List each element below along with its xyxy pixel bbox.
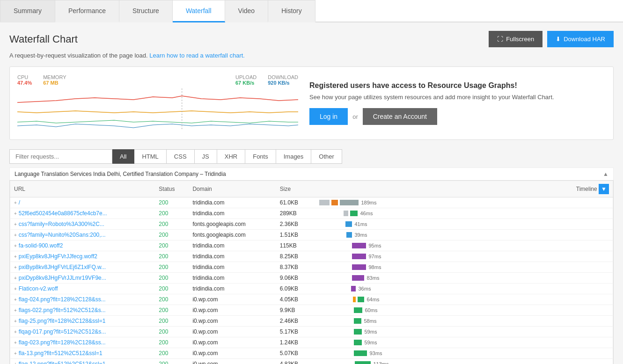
status-cell: 200: [155, 262, 189, 273]
status-cell: 200: [155, 208, 189, 219]
table-row[interactable]: +flqag-017.png?fit=512%2C512&s...200i0.w…: [10, 327, 613, 337]
download-icon: ⬇: [556, 36, 561, 43]
table-row[interactable]: +flag-25.png?fit=128%2C128&ssl=1200i0.wp…: [10, 316, 613, 327]
size-cell: 115KB: [276, 240, 314, 251]
size-cell: 1.24KB: [276, 337, 314, 348]
url-cell: +css?family=Roboto%3A300%2C...: [10, 219, 155, 230]
table-row[interactable]: +fa-solid-900.woff2200tridindia.com115KB…: [10, 240, 613, 251]
status-cell: 200: [155, 348, 189, 359]
domain-cell: i0.wp.com: [189, 305, 276, 316]
size-cell: 61.0KB: [276, 197, 314, 208]
col-size: Size: [276, 181, 314, 197]
url-cell: +pxiDyp8kv8JHgFVrJJLmr19VF9e...: [10, 273, 155, 284]
domain-cell: tridindia.com: [189, 262, 276, 273]
timeline-cell: 58ms: [314, 316, 613, 327]
status-cell: 200: [155, 197, 189, 208]
waterfall-learn-link[interactable]: Learn how to read a waterfall chart.: [149, 52, 245, 59]
header-row: Waterfall Chart ⛶ Fullscreen ⬇ Download …: [9, 31, 614, 47]
url-cell: +fla-13.png?fit=512%2C512&ssl=1: [10, 348, 155, 359]
tab-history[interactable]: History: [268, 0, 315, 22]
upload-stat: UPLOAD 67 KB/s: [235, 74, 257, 86]
size-cell: 2.46KB: [276, 316, 314, 327]
timeline-cell: 83ms: [314, 273, 613, 284]
or-text: or: [352, 113, 358, 120]
domain-cell: fonts.googleapis.com: [189, 219, 276, 230]
domain-cell: tridindia.com: [189, 284, 276, 294]
filter-js-button[interactable]: JS: [195, 149, 217, 164]
fullscreen-button[interactable]: ⛶ Fullscreen: [489, 31, 542, 47]
subtitle: A request-by-request visualization of th…: [9, 52, 614, 59]
url-cell: +pxiEyp8kv8JHgFVrJJfecg.woff2: [10, 251, 155, 262]
table-row[interactable]: +flag-023.png?fit=128%2C128&ss...200i0.w…: [10, 337, 613, 348]
table-row[interactable]: +fla-13.png?fit=512%2C512&ssl=1200i0.wp.…: [10, 348, 613, 359]
graph-area: CPU 47.4% MEMORY 67 MB UPLOAD 67 KB/s DO…: [17, 74, 298, 132]
page-label-text: Language Translation Services India Delh…: [15, 171, 226, 177]
waterfall-table: URL Status Domain Size Timeline ▼ +/200t…: [10, 181, 613, 364]
filter-css-button[interactable]: CSS: [167, 149, 195, 164]
col-url: URL: [10, 181, 155, 197]
size-cell: 6.09KB: [276, 284, 314, 294]
url-cell: +52f6ed502454e0a88675cfe4cb7e...: [10, 208, 155, 219]
domain-cell: tridindia.com: [189, 273, 276, 284]
timeline-cell: 39ms: [314, 230, 613, 240]
size-cell: 4.05KB: [276, 294, 314, 305]
col-timeline: Timeline ▼: [314, 181, 613, 197]
tab-video[interactable]: Video: [225, 0, 269, 22]
domain-cell: i0.wp.com: [189, 348, 276, 359]
timeline-cell: 189ms: [314, 197, 613, 208]
table-row[interactable]: +css?family=Nunito%20Sans:200,...200font…: [10, 230, 613, 240]
domain-cell: fonts.googleapis.com: [189, 230, 276, 240]
filter-other-button[interactable]: Other: [311, 149, 342, 164]
filter-html-button[interactable]: HTML: [134, 149, 166, 164]
waterfall-table-wrapper[interactable]: URL Status Domain Size Timeline ▼ +/200t…: [9, 180, 614, 364]
table-row[interactable]: +pxiDyp8kv8JHgFVrJJLmr19VF9e...200tridin…: [10, 273, 613, 284]
status-cell: 200: [155, 251, 189, 262]
table-row[interactable]: +52f6ed502454e0a88675cfe4cb7e...200tridi…: [10, 208, 613, 219]
domain-cell: i0.wp.com: [189, 294, 276, 305]
status-cell: 200: [155, 359, 189, 364]
url-cell: +fa-solid-900.woff2: [10, 240, 155, 251]
filter-images-button[interactable]: Images: [276, 149, 312, 164]
url-cell: +flag-024.png?fit=128%2C128&ss...: [10, 294, 155, 305]
table-row[interactable]: +pxiByp8kv8JHgFVrLEj6Z1xlFQ.w...200tridi…: [10, 262, 613, 273]
table-row[interactable]: +flag-12.png?fit=512%2C512&ssl=1200i0.wp…: [10, 359, 613, 364]
filter-xhr-button[interactable]: XHR: [217, 149, 245, 164]
domain-cell: i0.wp.com: [189, 359, 276, 364]
timeline-cell: 59ms: [314, 337, 613, 348]
resource-box: CPU 47.4% MEMORY 67 MB UPLOAD 67 KB/s DO…: [9, 66, 614, 140]
table-row[interactable]: +flag-024.png?fit=128%2C128&ss...200i0.w…: [10, 294, 613, 305]
tab-performance[interactable]: Performance: [55, 0, 119, 22]
collapse-arrow-icon[interactable]: ▲: [603, 171, 608, 177]
timeline-cell: 93ms: [314, 348, 613, 359]
tab-summary[interactable]: Summary: [0, 0, 55, 22]
timeline-cell: 113ms: [314, 359, 613, 364]
timeline-cell: 60ms: [314, 305, 613, 316]
download-har-button[interactable]: ⬇ Download HAR: [547, 31, 614, 47]
status-cell: 200: [155, 284, 189, 294]
table-row[interactable]: +pxiEyp8kv8JHgFVrJJfecg.woff2200tridindi…: [10, 251, 613, 262]
timeline-dropdown-button[interactable]: ▼: [599, 184, 609, 194]
status-cell: 200: [155, 294, 189, 305]
size-cell: 8.25KB: [276, 251, 314, 262]
status-cell: 200: [155, 273, 189, 284]
table-row[interactable]: +flags-022.png?fit=512%2C512&s...200i0.w…: [10, 305, 613, 316]
tab-structure[interactable]: Structure: [119, 0, 173, 22]
table-row[interactable]: +css?family=Roboto%3A300%2C...200fonts.g…: [10, 219, 613, 230]
table-row[interactable]: +/200tridindia.com61.0KB189ms: [10, 197, 613, 208]
timeline-cell: 59ms: [314, 327, 613, 337]
table-row[interactable]: +Flaticon-v2.woff200tridindia.com6.09KB3…: [10, 284, 613, 294]
col-status: Status: [155, 181, 189, 197]
url-cell: +flag-12.png?fit=512%2C512&ssl=1: [10, 359, 155, 364]
status-cell: 200: [155, 316, 189, 327]
filter-fonts-button[interactable]: Fonts: [245, 149, 276, 164]
domain-cell: tridindia.com: [189, 208, 276, 219]
filter-input[interactable]: [9, 149, 112, 164]
url-cell: +flags-022.png?fit=512%2C512&s...: [10, 305, 155, 316]
login-button[interactable]: Log in: [309, 108, 348, 125]
filter-all-button[interactable]: All: [112, 149, 134, 164]
timeline-cell: 41ms: [314, 219, 613, 230]
tab-waterfall[interactable]: Waterfall: [173, 0, 225, 22]
create-account-button[interactable]: Create an Account: [363, 108, 437, 125]
size-cell: 289KB: [276, 208, 314, 219]
timeline-cell: 98ms: [314, 262, 613, 273]
